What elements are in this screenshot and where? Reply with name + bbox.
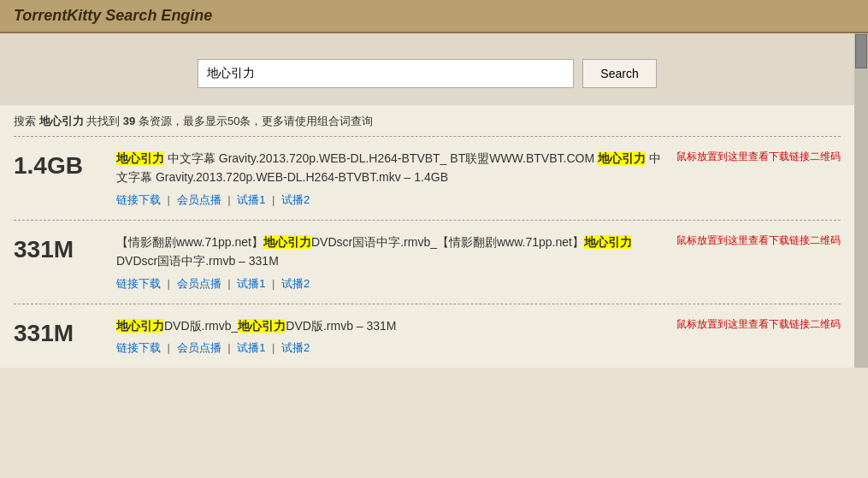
result-links-1: 链接下载 | 会员点播 | 试播1 | 试播2: [116, 276, 668, 292]
result-size-0: 1.4GB: [14, 149, 116, 180]
result-link-试播2[interactable]: 试播2: [281, 341, 310, 354]
link-separator: |: [225, 341, 234, 354]
result-qr-2: 鼠标放置到这里查看下载链接二维码: [668, 316, 841, 332]
result-title-2: 地心引力DVD版.rmvb_地心引力DVD版.rmvb – 331M: [116, 316, 668, 335]
result-body-2: 地心引力DVD版.rmvb_地心引力DVD版.rmvb – 331M链接下载 |…: [116, 316, 668, 356]
result-title-0: 地心引力 中文字幕 Gravity.2013.720p.WEB-DL.H264-…: [116, 149, 668, 187]
result-qr-0: 鼠标放置到这里查看下载链接二维码: [668, 149, 841, 164]
summary-keyword: 地心引力: [39, 115, 84, 127]
title-highlight: 地心引力: [263, 235, 311, 249]
result-link-链接下载[interactable]: 链接下载: [116, 341, 161, 354]
result-links-2: 链接下载 | 会员点播 | 试播1 | 试播2: [116, 340, 668, 356]
result-links-0: 链接下载 | 会员点播 | 试播1 | 试播2: [116, 192, 668, 208]
result-link-链接下载[interactable]: 链接下载: [116, 193, 161, 206]
result-summary: 搜索 地心引力 共找到 39 条资源，最多显示50条，更多请使用组合词查询: [14, 114, 841, 129]
link-separator: |: [269, 277, 278, 290]
link-separator: |: [225, 193, 234, 206]
scrollbar[interactable]: [854, 33, 868, 368]
result-item-0: 1.4GB地心引力 中文字幕 Gravity.2013.720p.WEB-DL.…: [14, 136, 841, 220]
result-link-试播1[interactable]: 试播1: [237, 193, 265, 206]
result-item-2: 331M地心引力DVD版.rmvb_地心引力DVD版.rmvb – 331M链接…: [14, 304, 841, 368]
link-separator: |: [164, 341, 174, 354]
link-separator: |: [164, 277, 174, 290]
result-size-2: 331M: [14, 316, 116, 347]
summary-middle: 共找到: [84, 115, 123, 127]
result-body-0: 地心引力 中文字幕 Gravity.2013.720p.WEB-DL.H264-…: [116, 149, 668, 208]
summary-count: 39: [123, 115, 135, 127]
link-separator: |: [269, 193, 278, 206]
result-link-链接下载[interactable]: 链接下载: [116, 277, 161, 290]
title-highlight: 地心引力: [116, 151, 164, 165]
result-body-1: 【情影翻剧www.71pp.net】地心引力DVDscr国语中字.rmvb_【情…: [116, 233, 668, 292]
summary-prefix: 搜索: [14, 115, 39, 127]
search-button[interactable]: Search: [582, 59, 656, 88]
result-link-会员点播[interactable]: 会员点播: [177, 341, 221, 354]
scrollbar-thumb[interactable]: [855, 34, 867, 68]
result-size-1: 331M: [14, 233, 116, 263]
link-separator: |: [164, 193, 174, 206]
link-separator: |: [225, 277, 234, 290]
result-link-试播2[interactable]: 试播2: [281, 193, 310, 206]
title-highlight: 地心引力: [584, 235, 632, 249]
results-area: 搜索 地心引力 共找到 39 条资源，最多显示50条，更多请使用组合词查询 1.…: [0, 105, 854, 368]
search-input[interactable]: [198, 59, 574, 88]
result-link-试播1[interactable]: 试播1: [237, 277, 265, 290]
title-highlight: 地心引力: [238, 319, 286, 333]
search-area: Search: [0, 33, 854, 105]
results-list: 1.4GB地心引力 中文字幕 Gravity.2013.720p.WEB-DL.…: [14, 136, 841, 368]
result-link-会员点播[interactable]: 会员点播: [177, 277, 221, 290]
result-link-试播1[interactable]: 试播1: [237, 341, 265, 354]
title-highlight: 地心引力: [116, 319, 164, 333]
result-qr-1: 鼠标放置到这里查看下载链接二维码: [668, 233, 841, 248]
result-title-1: 【情影翻剧www.71pp.net】地心引力DVDscr国语中字.rmvb_【情…: [116, 233, 668, 271]
summary-suffix: 条资源，最多显示50条，更多请使用组合词查询: [135, 115, 373, 127]
result-link-会员点播[interactable]: 会员点播: [177, 193, 221, 206]
result-link-试播2[interactable]: 试播2: [281, 277, 310, 290]
title-highlight: 地心引力: [598, 151, 646, 165]
page-header: TorrentKitty Search Engine: [0, 0, 868, 33]
result-item-1: 331M【情影翻剧www.71pp.net】地心引力DVDscr国语中字.rmv…: [14, 220, 841, 304]
site-title: TorrentKitty Search Engine: [14, 7, 854, 25]
link-separator: |: [269, 341, 278, 354]
